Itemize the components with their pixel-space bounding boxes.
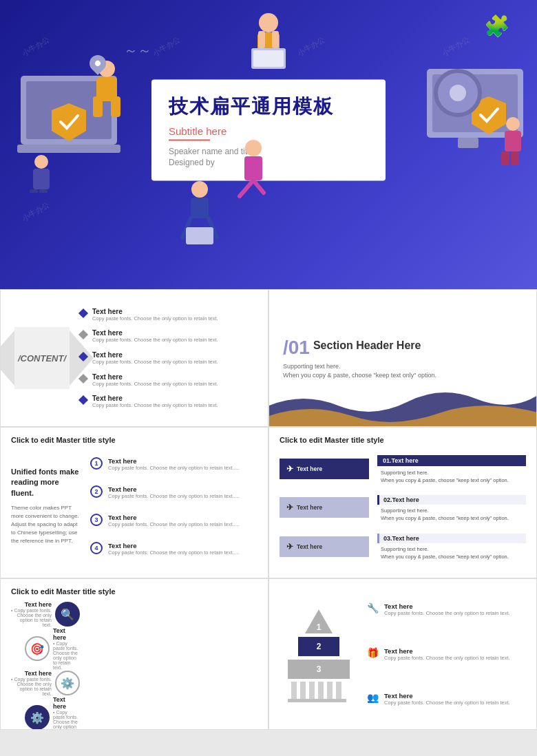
slide-numbered-list: Click to edit Master title style Unified… bbox=[0, 427, 268, 578]
svg-rect-25 bbox=[272, 31, 279, 48]
section-header-title: Section Header Here bbox=[313, 339, 421, 352]
pyramid-icon-3: 👥 bbox=[367, 692, 379, 703]
diamond-icon-2 bbox=[78, 330, 88, 339]
flow-row-4: ⚙️ Text here • Copy paste fonts. Choose … bbox=[11, 696, 80, 730]
hero-title: 技术扁平通用模板 bbox=[169, 94, 368, 120]
list-item-sub-3: Copy paste fonts. Choose the only option… bbox=[92, 359, 218, 365]
pyramid-item-1: 🔧 Text here Copy paste fonts. Choose the… bbox=[367, 602, 528, 616]
list-item-title-4: Text here bbox=[92, 373, 218, 381]
diamond-icon-5 bbox=[78, 395, 88, 405]
content-list: Text here Copy paste fonts. Choose the o… bbox=[80, 300, 257, 416]
block-bullets-2: Supporting text here. When you copy & pa… bbox=[377, 507, 526, 523]
tab-3: ✈ Text here bbox=[280, 536, 369, 557]
plane-icon-2: ✈ bbox=[286, 503, 293, 512]
flow-sub-2: • Copy paste fonts. Choose the only opti… bbox=[53, 641, 80, 670]
bullet-2-1: Supporting text here. bbox=[381, 507, 526, 514]
svg-rect-24 bbox=[258, 31, 265, 48]
slides-grid: /CONTENT/ Text here Copy paste fonts. Ch… bbox=[0, 289, 537, 730]
left-text-block: Unified fonts make reading more fluent. … bbox=[11, 450, 80, 563]
num-title-1: Text here bbox=[108, 457, 240, 465]
svg-rect-5 bbox=[93, 96, 103, 117]
flow-label-1: Text here bbox=[11, 601, 52, 608]
num-sub-2: Copy paste fonts. Choose the only option… bbox=[108, 493, 240, 499]
svg-rect-44 bbox=[288, 699, 346, 702]
flow-row-3: Text here • Copy paste fonts. Choose the… bbox=[11, 670, 80, 696]
pyramid-svg: 1 2 3 bbox=[281, 602, 357, 706]
bullet-3-2: When you copy & paste, choose "keep text… bbox=[381, 553, 526, 560]
slide-pyramid: 1 2 3 bbox=[268, 578, 537, 730]
svg-rect-39 bbox=[300, 682, 306, 699]
pitem-sub-3: Copy paste fonts. Choose the only option… bbox=[384, 700, 510, 706]
tilde-decoration: ～～ bbox=[124, 41, 151, 60]
svg-rect-23 bbox=[253, 50, 284, 67]
hero-slide: 小牛办公 小牛办公 小牛办公 小牛办公 小牛办公 小牛办公 ～～ 🧩 bbox=[0, 0, 537, 289]
block-header-1: 01.Text here bbox=[377, 455, 526, 466]
svg-rect-34 bbox=[186, 227, 213, 244]
pyramid-right: 🔧 Text here Copy paste fonts. Choose the… bbox=[367, 587, 528, 721]
num-sub-1: Copy paste fonts. Choose the only option… bbox=[108, 465, 240, 471]
diamond-icon-1 bbox=[78, 308, 88, 318]
pitem-title-2: Text here bbox=[384, 647, 510, 655]
svg-rect-42 bbox=[327, 682, 333, 699]
section-num: /01 bbox=[283, 337, 310, 359]
flow-row-1: Text here • Copy paste fonts. Choose the… bbox=[11, 601, 80, 627]
pyramid-num-3: 3 bbox=[317, 664, 322, 674]
flow-sub-1: • Copy paste fonts. Choose the only opti… bbox=[11, 608, 52, 627]
block-header-2: 02.Text here bbox=[377, 495, 526, 505]
slide5-title: Click to edit Master title style bbox=[280, 436, 526, 444]
num-sub-4: Copy paste fonts. Choose the only option… bbox=[108, 549, 240, 556]
text-block-01: 01.Text here Supporting text here. When … bbox=[377, 455, 526, 485]
svg-rect-38 bbox=[291, 682, 297, 699]
svg-point-8 bbox=[34, 155, 48, 169]
bullet-3-1: Supporting text here. bbox=[381, 545, 526, 553]
flow-label-4: Text here bbox=[53, 696, 80, 710]
pyramid-icon-2: 🎁 bbox=[367, 647, 379, 658]
list-item: Text here Copy paste fonts. Choose the o… bbox=[80, 308, 257, 322]
svg-rect-43 bbox=[336, 682, 341, 699]
wave-decoration bbox=[269, 378, 537, 426]
flow-sub-4: • Copy paste fonts. Choose the only opti… bbox=[53, 710, 80, 730]
numbered-item-4: 4 Text here Copy paste fonts. Choose the… bbox=[90, 542, 257, 556]
list-item-sub-5: Copy paste fonts. Choose the only option… bbox=[92, 402, 218, 408]
svg-rect-40 bbox=[309, 682, 315, 699]
tab-1-label: Text here bbox=[297, 465, 322, 472]
numbered-list: 1 Text here Copy paste fonts. Choose the… bbox=[90, 450, 257, 563]
block-bullets-3: Supporting text here. When you copy & pa… bbox=[377, 545, 526, 561]
num-title-4: Text here bbox=[108, 542, 240, 549]
flow-icon-1: 🔍 bbox=[55, 602, 80, 627]
flow-label-2: Text here bbox=[53, 627, 80, 641]
flow-sub-3: • Copy paste fonts. Choose the only opti… bbox=[11, 677, 52, 696]
triangle-left bbox=[0, 330, 14, 386]
list-item-sub-2: Copy paste fonts. Choose the only option… bbox=[92, 337, 218, 343]
flow-icons-col: Text here • Copy paste fonts. Choose the… bbox=[11, 601, 80, 714]
tab-2-label: Text here bbox=[297, 504, 322, 511]
slide4-title: Click to edit Master title style bbox=[11, 436, 257, 444]
center-figure bbox=[226, 138, 281, 209]
text-block-02: 02.Text here Supporting text here. When … bbox=[377, 495, 526, 523]
watermark-6: 小牛办公 bbox=[20, 200, 52, 224]
flow-icon-2: 🎯 bbox=[25, 636, 50, 661]
list-item: Text here Copy paste fonts. Choose the o… bbox=[80, 329, 257, 343]
tab-1: ✈ Text here bbox=[280, 459, 369, 479]
svg-rect-14 bbox=[458, 138, 478, 148]
slide-icon-flow: Click to edit Master title style Text he… bbox=[0, 578, 268, 730]
text-block-03: 03.Text here Supporting text here. When … bbox=[377, 534, 526, 561]
bullet-2-2: When you copy & paste, choose "keep text… bbox=[381, 514, 526, 522]
left-sub-1: Theme color makes PPT more convenient to… bbox=[11, 504, 80, 521]
svg-point-30 bbox=[191, 181, 208, 198]
watermark-3: 小牛办公 bbox=[295, 34, 327, 59]
svg-line-28 bbox=[240, 180, 253, 196]
num-3: 3 bbox=[90, 514, 103, 526]
section-support-1: Supporting text here. bbox=[283, 362, 523, 371]
left-laptop-figure bbox=[14, 55, 138, 196]
list-item: Text here Copy paste fonts. Choose the o… bbox=[80, 351, 257, 365]
list-item: Text here Copy paste fonts. Choose the o… bbox=[80, 373, 257, 387]
slide-content-list: /CONTENT/ Text here Copy paste fonts. Ch… bbox=[0, 289, 268, 427]
pitem-sub-1: Copy paste fonts. Choose the only option… bbox=[384, 610, 510, 616]
gear-icon bbox=[434, 69, 482, 117]
svg-rect-6 bbox=[111, 96, 120, 117]
list-item-sub-1: Copy paste fonts. Choose the only option… bbox=[92, 315, 218, 322]
svg-rect-41 bbox=[318, 682, 324, 699]
tab-2: ✈ Text here bbox=[280, 497, 369, 518]
block-bullets-1: Supporting text here. When you copy & pa… bbox=[377, 469, 526, 485]
